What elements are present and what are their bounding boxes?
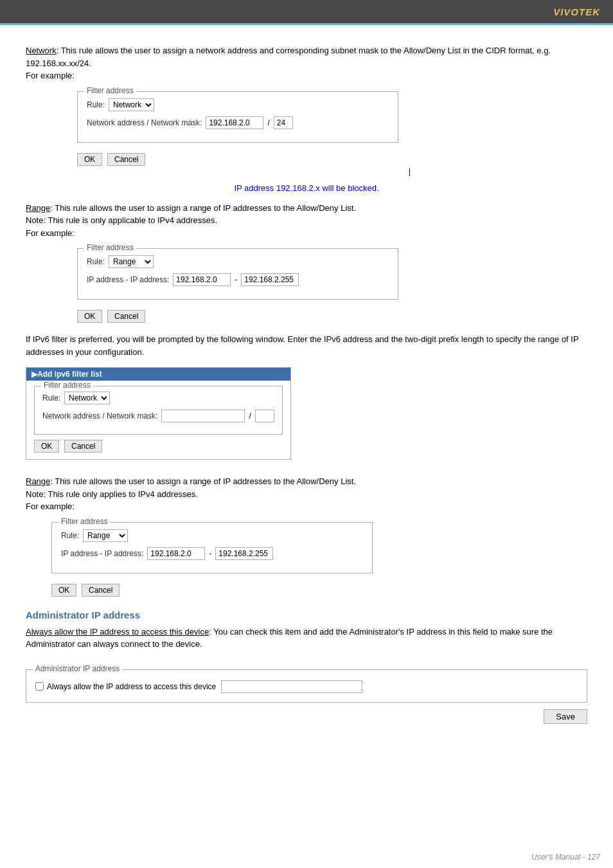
ipv6-rule-select[interactable]: Network bbox=[64, 392, 110, 404]
save-button[interactable]: Save bbox=[544, 709, 587, 724]
network-address-input[interactable] bbox=[206, 116, 263, 129]
rule-row-2: Rule: Range bbox=[87, 255, 389, 268]
ipv6-filter-title: Filter address bbox=[41, 381, 93, 390]
network-row: Network address / Network mask: / bbox=[87, 116, 389, 129]
cancel-button-1[interactable]: Cancel bbox=[107, 153, 145, 166]
ipv6-network-row: Network address / Network mask: / bbox=[42, 410, 274, 422]
filter-box-title-3: Filter address bbox=[58, 517, 111, 526]
admin-checkbox-text: Always allow the IP address to access th… bbox=[47, 682, 216, 691]
admin-section-title: Administrator IP address bbox=[26, 610, 587, 620]
ipv6-filter-box: ▶Add ipv6 filter list Filter address Rul… bbox=[26, 367, 291, 460]
ipv6-rule-label: Rule: bbox=[42, 393, 60, 402]
ipv6-network-label: Network address / Network mask: bbox=[42, 411, 157, 420]
section2-para: Range: This rule allows the user to assi… bbox=[26, 202, 587, 240]
admin-desc: Always allow the IP address to access th… bbox=[26, 626, 587, 651]
footer-text: User's Manual - 127 bbox=[531, 853, 600, 862]
page-footer: User's Manual - 127 bbox=[531, 853, 600, 862]
section2-text: Range: This rule allows the user to assi… bbox=[26, 202, 587, 240]
section2-forexample: For example: bbox=[26, 228, 75, 238]
section4-text: Range: This rule allows the user to assi… bbox=[26, 475, 587, 513]
ok-button-1[interactable]: OK bbox=[77, 153, 102, 166]
slash-1: / bbox=[267, 118, 269, 127]
admin-underline: Always allow the IP address to access th… bbox=[26, 627, 209, 637]
cancel-button-3[interactable]: Cancel bbox=[82, 584, 120, 597]
section4-para: Range: This rule allows the user to assi… bbox=[26, 475, 587, 513]
buttons-row-2: OK Cancel bbox=[77, 310, 587, 323]
range-label-1: Range bbox=[26, 203, 50, 213]
header: VIVOTEK bbox=[0, 0, 613, 23]
main-content: Network: This rule allows the user to as… bbox=[0, 25, 613, 737]
ip-range-row-2: IP address - IP address: - bbox=[61, 547, 363, 560]
section2-text1: : This rule allows the user to assign a … bbox=[50, 203, 356, 213]
ipv6-ok-button[interactable]: OK bbox=[34, 440, 59, 453]
ipv6-buttons: OK Cancel bbox=[34, 440, 283, 453]
rule-select-3[interactable]: Range bbox=[83, 529, 128, 542]
ip-from-1[interactable] bbox=[173, 273, 231, 286]
network-mask-label: Network address / Network mask: bbox=[87, 118, 202, 127]
blocked-indicator bbox=[26, 168, 587, 178]
cancel-button-2[interactable]: Cancel bbox=[107, 310, 145, 323]
admin-checkbox-row: Always allow the IP address to access th… bbox=[35, 680, 578, 693]
ok-button-3[interactable]: OK bbox=[51, 584, 76, 597]
blocked-message: IP address 192.168.2.x will be blocked. bbox=[26, 183, 587, 193]
section1-forexample: For example: bbox=[26, 71, 75, 80]
dash-2: - bbox=[209, 549, 211, 558]
section1-text1: : This rule allows the user to assign a … bbox=[26, 46, 551, 68]
section1-para: Network: This rule allows the user to as… bbox=[26, 44, 587, 82]
section4-text1: : This rule allows the user to assign a … bbox=[50, 476, 356, 486]
ip-range-row-1: IP address - IP address: - bbox=[87, 273, 389, 286]
admin-checkbox[interactable] bbox=[35, 682, 44, 691]
ip-from-2[interactable] bbox=[147, 547, 205, 560]
dash-1: - bbox=[235, 275, 237, 284]
admin-box-title: Administrator IP address bbox=[33, 664, 122, 673]
ipv6-filter-address-box: Filter address Rule: Network Network add… bbox=[34, 386, 283, 435]
admin-section: Administrator IP address Always allow th… bbox=[26, 610, 587, 724]
rule-label-1: Rule: bbox=[87, 100, 105, 109]
ip-to-1[interactable] bbox=[241, 273, 299, 286]
rule-select-1[interactable]: Network bbox=[109, 98, 154, 111]
network-label: Network bbox=[26, 46, 57, 55]
filter-box-network: Filter address Rule: Network Network add… bbox=[77, 91, 398, 143]
ipv6-slash: / bbox=[249, 411, 251, 420]
ipv6-network-input[interactable] bbox=[161, 410, 245, 422]
ok-button-2[interactable]: OK bbox=[77, 310, 102, 323]
ipv6-prefix-input[interactable] bbox=[255, 410, 274, 422]
ip-to-2[interactable] bbox=[215, 547, 273, 560]
rule-label-2: Rule: bbox=[87, 257, 105, 266]
admin-ip-input[interactable] bbox=[221, 680, 362, 693]
ipv6-inner: Filter address Rule: Network Network add… bbox=[26, 381, 290, 459]
filter-box-range-1: Filter address Rule: Range IP address - … bbox=[77, 248, 398, 300]
filter-box-range-2: Filter address Rule: Range IP address - … bbox=[51, 522, 373, 574]
section3-para: If IPv6 filter is preferred, you will be… bbox=[26, 333, 587, 358]
ipv6-rule-row: Rule: Network bbox=[42, 392, 274, 404]
ip-range-label-1: IP address - IP address: bbox=[87, 275, 169, 284]
filter-box-title-2: Filter address bbox=[84, 243, 136, 252]
section2-note: Note: This rule is only applicable to IP… bbox=[26, 215, 217, 225]
buttons-row-3: OK Cancel bbox=[51, 584, 587, 597]
rule-label-3: Rule: bbox=[61, 531, 79, 540]
range-label-2: Range bbox=[26, 476, 50, 486]
section1-text: Network: This rule allows the user to as… bbox=[26, 44, 587, 82]
filter-box-title-1: Filter address bbox=[84, 86, 136, 95]
buttons-row-1: OK Cancel bbox=[77, 153, 587, 166]
ipv6-header: ▶Add ipv6 filter list bbox=[26, 368, 290, 381]
rule-row-1: Rule: Network bbox=[87, 98, 389, 111]
section4-note: Note: This rule only applies to IPv4 add… bbox=[26, 489, 198, 499]
mask-input[interactable] bbox=[274, 116, 293, 129]
ip-range-label-2: IP address - IP address: bbox=[61, 549, 143, 558]
save-row: Save bbox=[26, 709, 587, 724]
vertical-line bbox=[409, 168, 410, 176]
ipv6-cancel-button[interactable]: Cancel bbox=[64, 440, 102, 453]
admin-checkbox-label[interactable]: Always allow the IP address to access th… bbox=[35, 682, 216, 691]
section3-text: If IPv6 filter is preferred, you will be… bbox=[26, 333, 587, 358]
rule-select-2[interactable]: Range bbox=[109, 255, 154, 268]
rule-row-3: Rule: Range bbox=[61, 529, 363, 542]
brand-logo: VIVOTEK bbox=[553, 6, 600, 17]
admin-ip-box: Administrator IP address Always allow th… bbox=[26, 669, 587, 703]
section4-forexample: For example: bbox=[26, 502, 75, 511]
